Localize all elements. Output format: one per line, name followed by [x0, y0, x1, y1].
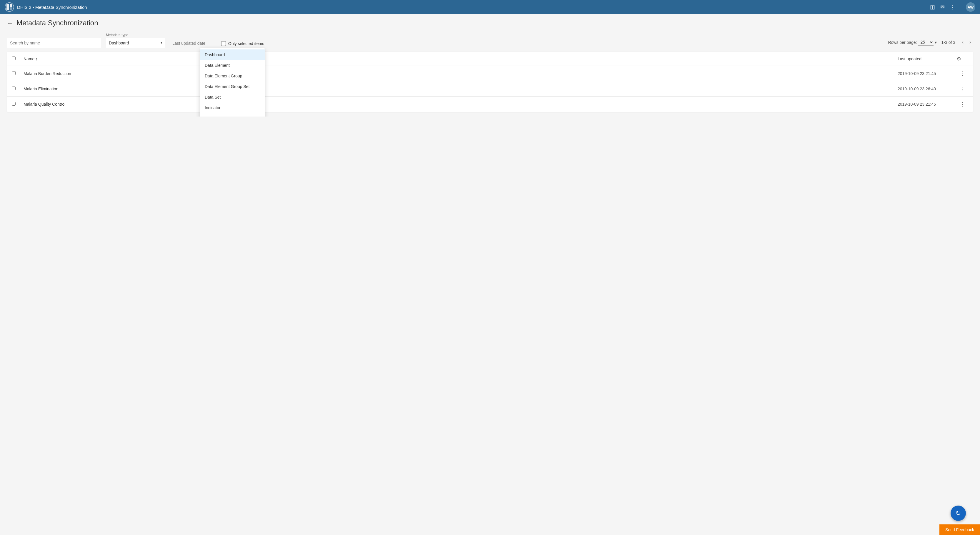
- svg-rect-3: [10, 7, 12, 10]
- dropdown-item-data-element-group-set[interactable]: Data Element Group Set: [200, 81, 265, 92]
- row-checkbox-cell: [12, 86, 24, 91]
- row-last-updated: 2019-10-09 23:26:40: [898, 86, 956, 91]
- mail-icon[interactable]: ✉: [940, 4, 945, 10]
- col-header-name[interactable]: Name ↑: [24, 56, 898, 61]
- rows-per-page-label: Rows per page:: [888, 40, 917, 45]
- topbar: DHIS 2 - MetaData Synchronization ◫ ✉ ⋮⋮…: [0, 0, 980, 14]
- chevron-down-icon-rows: ▾: [935, 40, 937, 45]
- row-name: Malaria Quality Control: [24, 102, 898, 107]
- table-header: Name ↑ Last updated ⚙: [7, 52, 973, 66]
- table-body: Malaria Burden Reduction 2019-10-09 23:2…: [7, 66, 973, 112]
- search-wrap: [7, 38, 101, 48]
- only-selected-checkbox[interactable]: [221, 41, 226, 46]
- toolbar: Metadata type Dashboard Data Element Dat…: [7, 33, 973, 48]
- metadata-type-select[interactable]: Dashboard Data Element Data Element Grou…: [106, 38, 165, 48]
- data-table: Name ↑ Last updated ⚙ Malaria Burden Red…: [7, 52, 973, 112]
- row-actions: ⋮: [956, 86, 968, 92]
- dropdown-item-dashboard[interactable]: Dashboard: [200, 49, 265, 60]
- page-title: Metadata Synchronization: [16, 19, 98, 27]
- message-icon[interactable]: ◫: [930, 4, 935, 10]
- user-avatar[interactable]: AW: [966, 2, 975, 12]
- row-checkbox-cell: [12, 71, 24, 76]
- header-checkbox-cell: [12, 56, 24, 61]
- row-checkbox-cell: [12, 102, 24, 107]
- dropdown-item-indicator[interactable]: Indicator: [200, 102, 265, 113]
- dropdown-item-data-element-group[interactable]: Data Element Group: [200, 71, 265, 81]
- rows-per-page: Rows per page: 25 50 75 100 ▾: [888, 39, 937, 46]
- svg-rect-0: [6, 4, 9, 7]
- page-header: ← Metadata Synchronization: [7, 19, 973, 27]
- date-input-wrap: [169, 38, 216, 48]
- only-selected-label: Only selected items: [228, 41, 264, 46]
- page-content: ← Metadata Synchronization Metadata type…: [0, 14, 980, 116]
- dropdown-item-data-element[interactable]: Data Element: [200, 60, 265, 71]
- more-options-icon[interactable]: ⋮: [960, 101, 965, 107]
- only-selected-wrap: Only selected items: [221, 41, 264, 48]
- col-header-last-updated: Last updated: [898, 56, 956, 61]
- topbar-right: ◫ ✉ ⋮⋮ AW: [930, 2, 975, 12]
- table-row: Malaria Burden Reduction 2019-10-09 23:2…: [7, 66, 973, 81]
- row-checkbox[interactable]: [12, 102, 16, 106]
- row-last-updated: 2019-10-09 23:21:45: [898, 71, 956, 76]
- more-options-icon[interactable]: ⋮: [960, 86, 965, 92]
- sort-icon: ↑: [36, 56, 38, 61]
- prev-page-button[interactable]: ‹: [960, 38, 965, 46]
- gear-icon[interactable]: ⚙: [956, 56, 961, 62]
- dropdown-item-indicator-group[interactable]: Indicator Group: [200, 113, 265, 116]
- pagination-wrap: Rows per page: 25 50 75 100 ▾ 1-3 of 3 ‹…: [888, 38, 973, 48]
- table-row: Malaria Elimination 2019-10-09 23:26:40 …: [7, 81, 973, 97]
- row-last-updated: 2019-10-09 23:21:45: [898, 102, 956, 107]
- date-input[interactable]: [169, 38, 216, 48]
- metadata-type-wrap: Metadata type Dashboard Data Element Dat…: [106, 33, 165, 48]
- select-all-checkbox[interactable]: [12, 56, 16, 61]
- search-input[interactable]: [7, 38, 101, 48]
- back-button[interactable]: ←: [7, 20, 13, 27]
- svg-rect-2: [6, 7, 9, 10]
- app-logo: [5, 2, 14, 12]
- next-page-button[interactable]: ›: [968, 38, 973, 46]
- topbar-title: DHIS 2 - MetaData Synchronization: [17, 5, 87, 10]
- page-info: 1-3 of 3: [942, 40, 955, 45]
- rows-per-page-select[interactable]: 25 50 75 100: [918, 39, 934, 46]
- more-options-icon[interactable]: ⋮: [960, 70, 965, 77]
- row-checkbox[interactable]: [12, 71, 16, 75]
- row-actions: ⋮: [956, 70, 968, 77]
- metadata-type-label: Metadata type: [106, 33, 165, 37]
- metadata-type-dropdown: DashboardData ElementData Element GroupD…: [200, 48, 265, 116]
- dropdown-item-data-set[interactable]: Data Set: [200, 92, 265, 102]
- table-row: Malaria Quality Control 2019-10-09 23:21…: [7, 97, 973, 112]
- row-actions: ⋮: [956, 101, 968, 107]
- svg-rect-1: [10, 4, 12, 7]
- col-header-actions: ⚙: [956, 56, 968, 62]
- row-name: Malaria Burden Reduction: [24, 71, 898, 76]
- topbar-left: DHIS 2 - MetaData Synchronization: [5, 2, 87, 12]
- row-name: Malaria Elimination: [24, 86, 898, 91]
- grid-icon[interactable]: ⋮⋮: [950, 4, 961, 10]
- row-checkbox[interactable]: [12, 86, 16, 90]
